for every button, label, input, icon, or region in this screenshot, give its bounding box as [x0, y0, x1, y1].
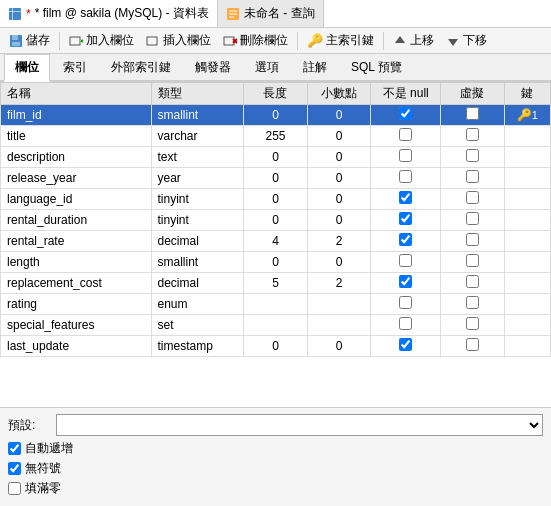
notnull-checkbox[interactable] — [399, 170, 412, 183]
tab-index[interactable]: 索引 — [52, 54, 98, 80]
tab-columns[interactable]: 欄位 — [4, 54, 50, 82]
cell-virtual[interactable] — [440, 231, 504, 252]
cell-virtual[interactable] — [440, 315, 504, 336]
cell-virtual[interactable] — [440, 189, 504, 210]
cell-name[interactable]: description — [1, 147, 152, 168]
zerofill-checkbox[interactable] — [8, 482, 21, 495]
cell-decimal[interactable]: 2 — [307, 231, 371, 252]
cell-name[interactable]: rating — [1, 294, 152, 315]
cell-decimal[interactable]: 0 — [307, 147, 371, 168]
cell-type[interactable]: set — [151, 315, 244, 336]
cell-notnull[interactable] — [371, 294, 440, 315]
cell-length[interactable]: 0 — [244, 105, 308, 126]
cell-length[interactable]: 0 — [244, 336, 308, 357]
table-row[interactable]: rental_durationtinyint00 — [1, 210, 551, 231]
cell-name[interactable]: replacement_cost — [1, 273, 152, 294]
table-tab[interactable]: * * film @ sakila (MySQL) - 資料表 — [0, 0, 218, 27]
cell-notnull[interactable] — [371, 273, 440, 294]
cell-name[interactable]: language_id — [1, 189, 152, 210]
cell-decimal[interactable] — [307, 294, 371, 315]
unsigned-checkbox[interactable] — [8, 462, 21, 475]
cell-virtual[interactable] — [440, 336, 504, 357]
notnull-checkbox[interactable] — [399, 254, 412, 267]
cell-type[interactable]: tinyint — [151, 189, 244, 210]
cell-type[interactable]: timestamp — [151, 336, 244, 357]
table-row[interactable]: lengthsmallint00 — [1, 252, 551, 273]
cell-virtual[interactable] — [440, 210, 504, 231]
cell-virtual[interactable] — [440, 126, 504, 147]
cell-decimal[interactable]: 2 — [307, 273, 371, 294]
cell-type[interactable]: text — [151, 147, 244, 168]
table-row[interactable]: last_updatetimestamp00 — [1, 336, 551, 357]
virtual-checkbox[interactable] — [466, 317, 479, 330]
cell-type[interactable]: year — [151, 168, 244, 189]
cell-virtual[interactable] — [440, 252, 504, 273]
virtual-checkbox[interactable] — [466, 107, 479, 120]
cell-decimal[interactable]: 0 — [307, 252, 371, 273]
notnull-checkbox[interactable] — [399, 275, 412, 288]
cell-virtual[interactable] — [440, 147, 504, 168]
table-row[interactable]: descriptiontext00 — [1, 147, 551, 168]
cell-length[interactable]: 5 — [244, 273, 308, 294]
cell-length[interactable] — [244, 294, 308, 315]
tab-comments[interactable]: 註解 — [292, 54, 338, 80]
cell-decimal[interactable]: 0 — [307, 168, 371, 189]
cell-virtual[interactable] — [440, 273, 504, 294]
tab-foreign-keys[interactable]: 外部索引鍵 — [100, 54, 182, 80]
table-row[interactable]: titlevarchar2550 — [1, 126, 551, 147]
cell-notnull[interactable] — [371, 168, 440, 189]
table-row[interactable]: special_featuresset — [1, 315, 551, 336]
cell-length[interactable]: 4 — [244, 231, 308, 252]
cell-length[interactable]: 0 — [244, 210, 308, 231]
notnull-checkbox[interactable] — [399, 191, 412, 204]
cell-notnull[interactable] — [371, 189, 440, 210]
query-tab[interactable]: 未命名 - 查詢 — [218, 0, 324, 27]
notnull-checkbox[interactable] — [399, 338, 412, 351]
cell-type[interactable]: smallint — [151, 105, 244, 126]
cell-length[interactable]: 0 — [244, 189, 308, 210]
cell-type[interactable]: decimal — [151, 231, 244, 252]
table-row[interactable]: replacement_costdecimal52 — [1, 273, 551, 294]
cell-type[interactable]: varchar — [151, 126, 244, 147]
move-down-button[interactable]: 下移 — [441, 30, 492, 52]
tab-triggers[interactable]: 觸發器 — [184, 54, 242, 80]
notnull-checkbox[interactable] — [399, 317, 412, 330]
virtual-checkbox[interactable] — [466, 191, 479, 204]
cell-name[interactable]: rental_duration — [1, 210, 152, 231]
cell-name[interactable]: last_update — [1, 336, 152, 357]
virtual-checkbox[interactable] — [466, 275, 479, 288]
table-row[interactable]: language_idtinyint00 — [1, 189, 551, 210]
cell-notnull[interactable] — [371, 147, 440, 168]
primary-key-button[interactable]: 🔑 主索引鍵 — [302, 30, 379, 52]
cell-name[interactable]: rental_rate — [1, 231, 152, 252]
cell-decimal[interactable]: 0 — [307, 210, 371, 231]
notnull-checkbox[interactable] — [399, 128, 412, 141]
cell-decimal[interactable]: 0 — [307, 105, 371, 126]
cell-length[interactable] — [244, 315, 308, 336]
cell-name[interactable]: special_features — [1, 315, 152, 336]
virtual-checkbox[interactable] — [466, 170, 479, 183]
virtual-checkbox[interactable] — [466, 254, 479, 267]
cell-notnull[interactable] — [371, 210, 440, 231]
cell-name[interactable]: release_year — [1, 168, 152, 189]
cell-virtual[interactable] — [440, 294, 504, 315]
table-row[interactable]: rental_ratedecimal42 — [1, 231, 551, 252]
cell-decimal[interactable] — [307, 315, 371, 336]
cell-name[interactable]: film_id — [1, 105, 152, 126]
cell-type[interactable]: decimal — [151, 273, 244, 294]
virtual-checkbox[interactable] — [466, 212, 479, 225]
notnull-checkbox[interactable] — [399, 212, 412, 225]
notnull-checkbox[interactable] — [399, 233, 412, 246]
table-row[interactable]: ratingenum — [1, 294, 551, 315]
auto-increment-checkbox[interactable] — [8, 442, 21, 455]
cell-notnull[interactable] — [371, 252, 440, 273]
tab-sql-preview[interactable]: SQL 預覽 — [340, 54, 413, 80]
notnull-checkbox[interactable] — [399, 296, 412, 309]
cell-decimal[interactable]: 0 — [307, 336, 371, 357]
add-col-button[interactable]: 加入欄位 — [64, 30, 139, 52]
cell-length[interactable]: 0 — [244, 147, 308, 168]
cell-length[interactable]: 0 — [244, 168, 308, 189]
cell-decimal[interactable]: 0 — [307, 189, 371, 210]
insert-col-button[interactable]: 插入欄位 — [141, 30, 216, 52]
cell-length[interactable]: 255 — [244, 126, 308, 147]
